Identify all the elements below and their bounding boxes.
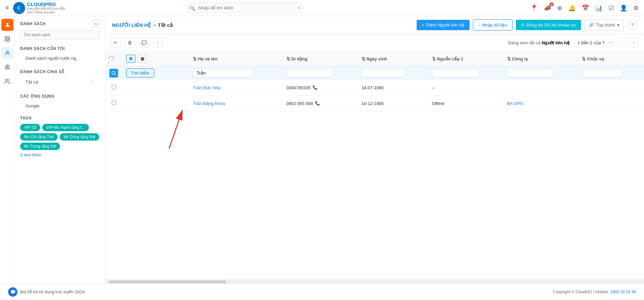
profile-icon-btn[interactable]: 👤 <box>620 4 627 12</box>
breadcrumb: NGƯỜI LIÊN HỆ > Tất cả <box>112 22 173 28</box>
sidebar-icon-btn-1[interactable] <box>1 33 13 45</box>
breadcrumb-parent[interactable]: NGƯỜI LIÊN HỆ <box>112 22 151 28</box>
calendar-icon-btn[interactable]: 📅 <box>582 4 589 12</box>
svg-rect-1 <box>5 37 7 38</box>
row1-star-btn[interactable]: ☆ <box>137 83 146 92</box>
settings-icon-btn[interactable]: ⚙ <box>633 4 639 12</box>
sync-account-button[interactable]: ↺ Đồng bộ DS tài khoản lsc <box>516 20 581 30</box>
sidebar: DANH SÁCH + DANH SÁCH CỦA TÔI Danh sách … <box>15 16 105 284</box>
tag-dung[interactable]: Mr Dũng tặng thẻ <box>60 133 99 141</box>
row2-company[interactable]: BA GPS <box>507 101 523 106</box>
col-header-name[interactable]: ⇅ Họ và tên <box>189 51 282 66</box>
contacts-icon-btn[interactable] <box>1 19 13 31</box>
col-header-role[interactable]: ⇅ Chức vụ <box>578 51 644 66</box>
apps-item[interactable]: Google <box>20 101 100 110</box>
footer-hotline[interactable]: 1900 29 29 90 <box>610 290 636 294</box>
column-view-btn[interactable]: ▦ <box>138 55 147 63</box>
shared-list-item[interactable]: Tất cả ⋮ <box>20 77 100 87</box>
chat-icon[interactable]: 💬 <box>8 287 17 297</box>
row2-mobile: 0902 065 988 <box>286 101 313 106</box>
tag-vip-hanh[interactable]: VIP-Ms Hạnh tặng t... <box>42 124 89 131</box>
row2-birthday-cell: 10-12-1985 <box>358 96 428 111</box>
edit-toolbar-btn[interactable]: ✏ <box>111 38 121 48</box>
row1-checkbox[interactable] <box>112 85 116 89</box>
logo-tagline: CHUYỂN ĐỔI SỐ CHUYỂN SÂU TỪNG NGÀNH <box>27 7 71 14</box>
add-contact-button[interactable]: + Thêm Người liên hệ <box>417 20 470 30</box>
sidebar-collapse-btn[interactable]: ‹ <box>105 59 112 66</box>
search-row-name-cell <box>189 66 282 80</box>
col-header-mobile[interactable]: ⇅ Di động <box>282 51 358 66</box>
row2-name[interactable]: Trần Đăng Khoa <box>193 101 225 106</box>
search-mobile-input[interactable] <box>286 68 333 78</box>
col-header-company[interactable]: ⇅ Công ty <box>503 51 578 66</box>
row2-more-btn[interactable]: ⋮ <box>158 99 167 108</box>
table-toolbar: ✏ 🗑 💬 ⋮ Đang xem tất cả Người liên hệ 1 … <box>105 34 644 51</box>
global-search-bar: 🔍 ▾ <box>186 3 304 13</box>
comment-toolbar-btn[interactable]: 💬 <box>139 38 149 48</box>
bell-icon-btn[interactable]: 🔔 <box>568 4 576 12</box>
svg-line-12 <box>115 74 116 75</box>
row1-name[interactable]: Trần Đức Hòa <box>193 85 220 90</box>
import-data-button[interactable]: ↓ Nhập dữ liệu <box>473 19 513 31</box>
pagination-more-btn[interactable]: ··· <box>606 38 616 47</box>
customize-button[interactable]: 🔗 Tùy chỉnh ▾ <box>584 19 624 31</box>
tasks-icon-btn[interactable]: ☑ <box>608 4 614 12</box>
nav-icon-bar: 📍 📣 4 ⊕ 🔔 📅 📊 ☑ 👤 ⚙ <box>530 4 639 12</box>
search-company-input[interactable] <box>507 68 554 78</box>
breadcrumb-current: Tất cả <box>158 22 173 28</box>
search-row-icon[interactable] <box>109 69 118 78</box>
search-name-input[interactable] <box>193 68 253 78</box>
tag-vip03[interactable]: VIP 03 <box>20 124 40 131</box>
danh-sach-add-btn[interactable]: + <box>92 20 100 28</box>
delete-toolbar-btn[interactable]: 🗑 <box>125 38 135 48</box>
svg-point-0 <box>6 23 8 25</box>
location-icon-btn[interactable]: 📍 <box>530 4 538 12</box>
search-role-input[interactable] <box>582 68 622 78</box>
search-filter-btn[interactable]: Tìm kiếm <box>126 68 154 78</box>
row2-checkbox[interactable] <box>112 101 116 105</box>
row1-edit-btn[interactable]: ✏ <box>148 83 156 92</box>
help-button[interactable]: ? <box>627 20 637 30</box>
sidebar-icon-btn-3[interactable] <box>1 61 13 73</box>
footer-copyright: Copyright © CloudGO | Hotline: <box>553 290 609 294</box>
row1-eye-btn[interactable]: 👁 <box>126 83 135 92</box>
add-icon-btn[interactable]: ⊕ <box>557 4 562 12</box>
search-source-input[interactable] <box>432 68 479 78</box>
row2-star-btn[interactable]: ☆ <box>137 99 146 108</box>
download-icon: ↓ <box>478 22 480 28</box>
sidebar-icon-btn-2[interactable] <box>1 47 13 59</box>
menu-hamburger-icon[interactable]: ≡ <box>5 4 9 11</box>
prev-page-btn[interactable]: ‹ <box>618 38 627 47</box>
row2-edit-btn[interactable]: ✏ <box>148 99 156 108</box>
chart-icon-btn[interactable]: 📊 <box>595 4 602 12</box>
col-header-source[interactable]: ⇅ Nguồn cấp 1 <box>428 51 503 66</box>
tag-trung[interactable]: Mr Trung tặng thẻ <box>20 143 60 150</box>
search-birthday-input[interactable] <box>362 68 405 78</box>
danh-sach-search-input[interactable] <box>20 30 100 40</box>
chevron-down-icon[interactable]: ▾ <box>298 6 300 10</box>
scrollbar-thumb[interactable] <box>109 281 226 283</box>
row2-eye-btn[interactable]: 👁 <box>126 99 135 108</box>
svg-rect-3 <box>5 40 7 41</box>
col-header-birthday[interactable]: ⇅ Ngày sinh <box>358 51 428 66</box>
my-list-item[interactable]: Danh sách người nước ng... <box>20 54 100 63</box>
tags-title: TAGS <box>20 116 100 120</box>
logo-text: CLOUDPRO <box>27 1 71 7</box>
my-list-header: DANH SÁCH CỦA TÔI <box>20 46 100 51</box>
more-toolbar-btn[interactable]: ⋮ <box>153 38 163 48</box>
row1-more-btn[interactable]: ⋮ <box>158 83 167 92</box>
sidebar-icon-btn-4[interactable] <box>1 75 13 87</box>
tag-chi[interactable]: Ms Chi tặng Thẻ <box>20 133 58 141</box>
grid-view-btn[interactable]: ⊞ <box>126 55 136 63</box>
next-page-btn[interactable]: › <box>629 38 639 47</box>
horizontal-scrollbar[interactable] <box>105 280 644 284</box>
notification-icon-btn[interactable]: 📣 4 <box>544 4 551 12</box>
shared-list-item-dots-icon[interactable]: ⋮ <box>89 79 94 85</box>
pagination-area: 1 đến 2 của ? ··· ‹ › <box>578 38 639 47</box>
see-more-tags-link[interactable]: 3 xem thêm <box>20 153 100 157</box>
global-search-input[interactable] <box>186 3 304 13</box>
apps-item-label: Google <box>25 103 40 108</box>
table-row: 👁 ☆ ✏ ⋮ Trần Đăng Khoa <box>105 96 644 111</box>
row1-name-cell: Trần Đức Hòa <box>189 80 282 96</box>
col-role-sort-icon: ⇅ <box>582 56 586 61</box>
